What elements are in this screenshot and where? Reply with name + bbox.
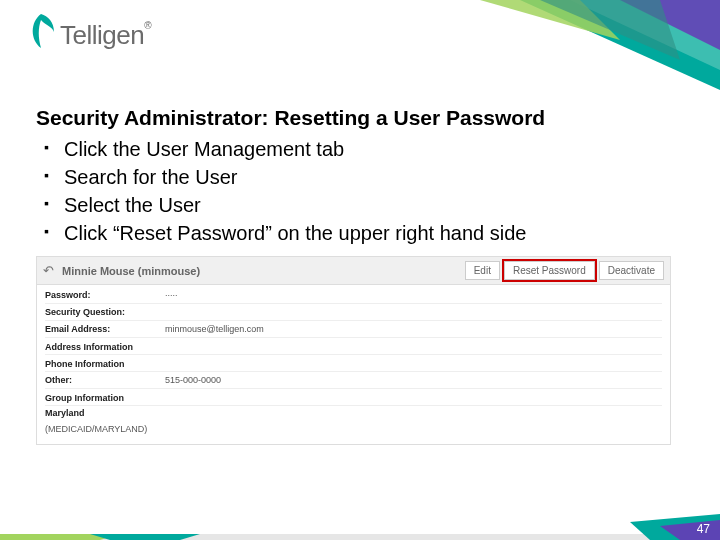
edit-button[interactable]: Edit xyxy=(465,261,500,280)
phone-info-header: Phone Information xyxy=(45,355,662,372)
email-label: Email Address: xyxy=(45,324,165,334)
security-question-value xyxy=(165,307,662,317)
password-value: ····· xyxy=(165,290,662,300)
screenshot-toolbar: ↶ Minnie Mouse (minmouse) Edit Reset Pas… xyxy=(37,257,670,285)
group-info-header: Group Information xyxy=(45,389,662,406)
email-value: minmouse@telligen.com xyxy=(165,324,662,334)
bullet-item: Click “Reset Password” on the upper righ… xyxy=(64,220,684,246)
other-label: Other: xyxy=(45,375,165,385)
telligen-logo: Telligen® xyxy=(26,12,151,58)
user-display-name: Minnie Mouse (minmouse) xyxy=(62,265,461,277)
slide-title: Security Administrator: Resetting a User… xyxy=(36,106,684,130)
logo-swoosh-icon xyxy=(26,12,56,58)
deactivate-button[interactable]: Deactivate xyxy=(599,261,664,280)
group-detail: (MEDICAID/MARYLAND) xyxy=(45,422,662,438)
svg-marker-3 xyxy=(480,0,620,40)
reset-password-button[interactable]: Reset Password xyxy=(504,261,595,280)
svg-marker-1 xyxy=(570,0,720,70)
decorative-header-art xyxy=(420,0,720,90)
security-question-label: Security Question: xyxy=(45,307,165,317)
back-icon[interactable]: ↶ xyxy=(43,263,54,278)
bullet-item: Search for the User xyxy=(64,164,684,190)
other-value: 515-000-0000 xyxy=(165,375,662,385)
address-info-header: Address Information xyxy=(45,338,662,355)
bullet-item: Select the User xyxy=(64,192,684,218)
svg-marker-0 xyxy=(520,0,720,90)
password-label: Password: xyxy=(45,290,165,300)
decorative-footer-strip xyxy=(0,514,720,540)
group-name: Maryland xyxy=(45,406,662,422)
bullet-list: Click the User Management tab Search for… xyxy=(36,136,684,246)
logo-text: Telligen xyxy=(60,20,144,50)
embedded-screenshot: ↶ Minnie Mouse (minmouse) Edit Reset Pas… xyxy=(36,256,671,445)
bullet-item: Click the User Management tab xyxy=(64,136,684,162)
logo-trademark: ® xyxy=(144,20,151,31)
svg-marker-2 xyxy=(620,0,720,50)
page-number: 47 xyxy=(697,522,710,536)
svg-marker-4 xyxy=(540,0,680,60)
